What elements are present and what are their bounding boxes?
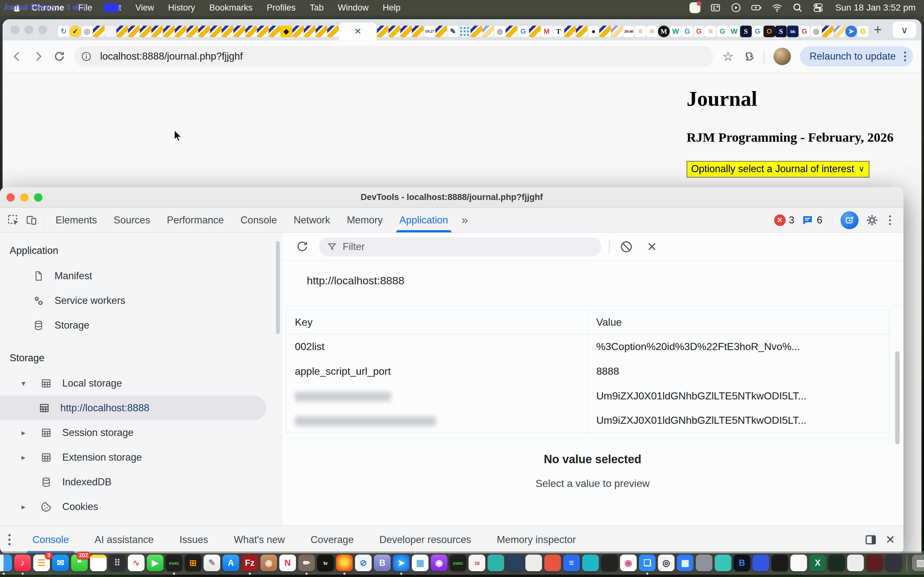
browser-tab[interactable]: ●	[588, 23, 599, 40]
dock-app-app-store[interactable]: A	[223, 554, 239, 571]
browser-tab[interactable]: ➤	[845, 23, 857, 40]
browser-tab[interactable]: ✓	[69, 23, 81, 40]
clear-all-block-icon[interactable]	[617, 238, 635, 256]
browser-tab[interactable]: ≡	[646, 23, 658, 40]
extensions-puzzle-icon[interactable]	[743, 50, 755, 63]
dock-app-obs[interactable]: ◎	[658, 554, 675, 571]
browser-tab[interactable]: G	[682, 23, 693, 40]
dock-app-reminders[interactable]: ☰3	[33, 554, 50, 571]
dock-app-safari[interactable]: ➤	[393, 554, 410, 571]
browser-tab[interactable]: bb	[787, 23, 798, 40]
dock-app-notes[interactable]	[90, 554, 107, 571]
browser-tab[interactable]	[482, 23, 494, 40]
menu-window[interactable]: Window	[338, 3, 368, 13]
dock-app-bluetooth-app[interactable]: B	[734, 554, 750, 571]
inspect-element-icon[interactable]	[5, 211, 23, 229]
drawer-tab-ai-assistance[interactable]: AI assistance	[82, 526, 166, 553]
drawer-tab-coverage[interactable]: Coverage	[298, 526, 367, 553]
browser-tab[interactable]	[529, 23, 541, 40]
sidebar-scrollbar[interactable]	[276, 241, 280, 334]
reload-button[interactable]	[53, 50, 65, 63]
browser-tab[interactable]	[327, 23, 339, 40]
devtools-zoom-button[interactable]	[34, 193, 42, 201]
devtools-tab-application[interactable]: Application	[391, 208, 457, 232]
key-cell[interactable]: apple_script_url_port	[286, 359, 588, 384]
profile-avatar[interactable]	[774, 48, 791, 65]
browser-tab[interactable]	[599, 23, 611, 40]
browser-tab[interactable]	[611, 23, 623, 40]
devtools-close-button[interactable]	[6, 193, 15, 201]
dock-app-app-blue[interactable]	[753, 554, 769, 571]
menu-bookmarks[interactable]: Bookmarks	[209, 3, 252, 13]
drawer-tab-issues[interactable]: Issues	[166, 526, 221, 553]
drawer-tab-developer-resources[interactable]: Developer resources	[367, 526, 484, 553]
more-tabs-chevron[interactable]: »	[457, 213, 472, 227]
browser-tab[interactable]: O	[763, 23, 775, 40]
browser-tab[interactable]: W	[670, 23, 682, 40]
sidebar-item-indexeddb[interactable]: IndexedDB	[0, 470, 281, 494]
browser-tab[interactable]: M	[541, 23, 553, 40]
browser-tab[interactable]	[435, 23, 447, 40]
value-cell[interactable]: 8888	[588, 359, 889, 384]
menu-history[interactable]: History	[168, 3, 195, 13]
browser-tab[interactable]: G	[716, 23, 728, 40]
tab-search-button[interactable]: ∨	[893, 21, 916, 38]
control-center-icon[interactable]	[813, 2, 824, 13]
dock-app-gimp[interactable]: ✏	[298, 554, 315, 571]
browser-tab[interactable]	[128, 23, 140, 40]
back-button[interactable]	[11, 50, 23, 63]
browser-tab[interactable]	[152, 23, 163, 40]
browser-tab[interactable]: S	[740, 23, 752, 40]
filter-input[interactable]: Filter	[319, 237, 601, 256]
browser-tab[interactable]: 20:40	[623, 23, 635, 40]
browser-tab[interactable]	[163, 23, 175, 40]
column-header-key[interactable]: Key	[286, 311, 588, 334]
dock-app-contacts[interactable]: ◉	[260, 554, 277, 571]
tab-close-icon[interactable]: ✕	[354, 26, 362, 37]
browser-tab[interactable]: G	[798, 23, 811, 40]
browser-menu-kebab-icon[interactable]	[902, 50, 908, 63]
value-cell[interactable]: Um9iZXJ0X01ldGNhbGZlLTE5NTkwODI5LT...	[588, 408, 889, 433]
sidebar-item-session-storage[interactable]: ▸ Session storage	[0, 420, 281, 445]
browser-tab[interactable]	[834, 23, 845, 40]
devtools-tab-sources[interactable]: Sources	[105, 208, 158, 232]
collapsed-arrow-icon[interactable]: ▸	[17, 428, 30, 437]
dock-app-docs[interactable]: ≡	[564, 554, 580, 571]
drawer-tab-memory-inspector[interactable]: Memory inspector	[484, 526, 588, 553]
devtools-tab-memory[interactable]: Memory	[338, 208, 391, 232]
dock-app-app-teal[interactable]	[488, 554, 504, 571]
menu-edit[interactable]: Edit	[107, 3, 121, 13]
dock-app-app-black[interactable]	[601, 554, 618, 571]
panel-scrollbar[interactable]	[895, 351, 900, 444]
browser-tab[interactable]	[257, 23, 269, 40]
browser-tab[interactable]	[198, 23, 210, 40]
browser-tab[interactable]: S	[775, 23, 787, 40]
browser-tab[interactable]	[140, 23, 152, 40]
key-cell-redacted[interactable]	[286, 408, 588, 433]
browser-tab[interactable]: T	[552, 23, 564, 40]
browser-tab[interactable]: W	[728, 23, 740, 40]
dock-app-messages[interactable]: ❝202	[71, 554, 88, 571]
browser-tab[interactable]: ≡	[705, 23, 717, 40]
browser-tab-active[interactable]: ✕	[339, 23, 376, 40]
dock-app-filezilla[interactable]: Fz	[242, 554, 258, 571]
table-row[interactable]: 002list %3Coption%20id%3D%22FtE3hoR_Nvo%…	[286, 334, 889, 359]
browser-tab[interactable]	[234, 23, 246, 40]
drawer-tab-console[interactable]: Console	[19, 526, 82, 553]
origin-heading[interactable]: http://localhost:8888	[307, 274, 903, 287]
browser-tab[interactable]: G	[857, 23, 869, 40]
journal-select-dropdown[interactable]: Optionally select a Journal of interest …	[687, 161, 869, 177]
sidebar-item-storage[interactable]: Storage	[0, 313, 281, 338]
playback-icon[interactable]	[730, 2, 741, 13]
dock-app-mail[interactable]: ✉	[52, 554, 69, 571]
browser-tab[interactable]	[93, 23, 105, 40]
browser-tab[interactable]	[376, 23, 389, 40]
close-drawer-x-icon[interactable]: ✕	[885, 533, 895, 546]
devtools-tab-elements[interactable]: Elements	[47, 208, 105, 232]
close-panel-x-icon[interactable]: ✕	[643, 238, 661, 256]
dock-app-bbedit[interactable]: B	[374, 554, 391, 571]
browser-tab[interactable]	[210, 23, 222, 40]
relaunch-to-update-button[interactable]: Relaunch to update	[800, 47, 913, 66]
menu-tab[interactable]: Tab	[310, 3, 324, 13]
dock-app-terminal-exec[interactable]: exec	[166, 554, 183, 571]
